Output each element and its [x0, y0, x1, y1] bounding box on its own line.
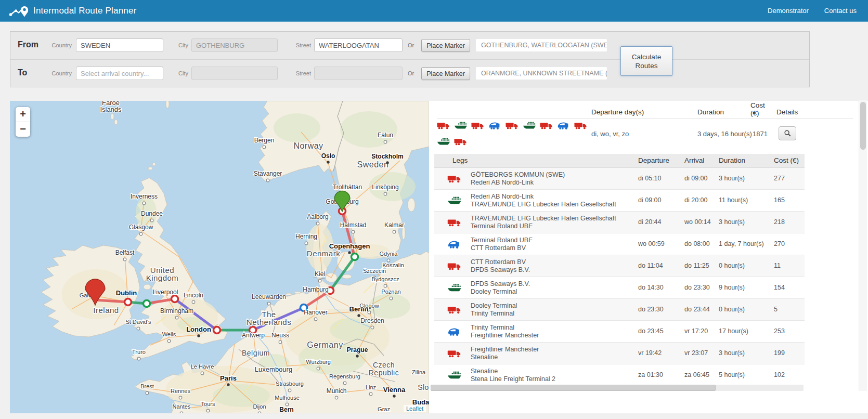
from-street-label: Street — [287, 42, 311, 48]
leg-departure: do 23:30 — [638, 306, 664, 313]
leg-departure: di 05:10 — [638, 175, 661, 182]
leg-arrival: di 09:00 — [684, 175, 707, 182]
zoom-in-button[interactable]: + — [16, 107, 30, 122]
from-row: From Country City Street Or Place Marker… — [10, 32, 809, 60]
leg-from-to: Terminal Roland UBFCTT Rotterdam BV — [471, 237, 533, 252]
leg-row[interactable]: Rederi AB Nordö-LinkTRAVEMUNDE LHG Lubec… — [434, 190, 805, 212]
map-label: Hanover — [304, 309, 327, 316]
map-label: Belgium — [242, 349, 270, 357]
map[interactable]: FaroeIslandsNorwayOsloBergenStavangerFal… — [10, 101, 429, 413]
nav-demonstrator[interactable]: Demonstrator — [768, 7, 809, 15]
map-label: Graz — [378, 406, 390, 412]
map-label: Gdynia — [380, 251, 398, 257]
leg-arrival: do 23:30 — [684, 284, 710, 291]
legs-header-arrival: Arrival — [684, 156, 704, 164]
truck-icon — [540, 121, 553, 130]
to-street-input[interactable] — [314, 67, 403, 80]
from-country-input[interactable] — [76, 38, 163, 52]
map-label: Stavanger — [254, 170, 282, 177]
leg-from-to: Freightliner ManchesterStenaline — [471, 346, 539, 361]
vertical-scrollbar-thumb[interactable] — [860, 102, 866, 150]
map-attribution[interactable]: Leaflet — [404, 405, 426, 412]
leg-cost: 165 — [774, 197, 785, 204]
map-label: Prague — [347, 346, 368, 353]
map-label: Nantes — [173, 403, 191, 410]
from-resolved-location: GOTHENBURG, WATERLOOGATAN (SWE) — [476, 39, 607, 51]
leg-row[interactable]: Terminal Roland UBFCTT Rotterdam BVwo 00… — [434, 233, 805, 255]
map-label: Denmark — [307, 249, 340, 258]
map-label: Netherlands — [247, 318, 291, 326]
leg-arrival: do 23:44 — [684, 306, 710, 313]
train-icon — [557, 121, 571, 130]
route-details-button[interactable] — [779, 126, 796, 140]
leg-from-to: GÖTEBORGS KOMMUN (SWE)Rederi AB Nordö-Li… — [471, 171, 565, 187]
from-place-marker-button[interactable]: Place Marker — [421, 39, 470, 52]
leg-cost: 253 — [774, 328, 785, 335]
truck-icon — [447, 218, 462, 227]
route-waypoint[interactable] — [214, 327, 221, 334]
leg-duration: 5 hour(s) — [719, 371, 745, 378]
leg-row[interactable]: CTT Rotterdam BVDFDS Seaways B.V.do 11:0… — [434, 255, 805, 277]
leg-row[interactable]: DFDS Seaways B.V.Dooley Terminaldo 14:30… — [434, 277, 805, 299]
results-vertical-scrollbar[interactable] — [859, 100, 867, 391]
calculate-routes-button[interactable]: Calculate Routes — [620, 46, 672, 76]
leg-from-to: DFDS Seaways B.V.Dooley Terminal — [471, 280, 530, 296]
map-label: Wells — [162, 331, 176, 337]
leg-arrival: vr 23:07 — [684, 349, 708, 357]
col-details: Details — [776, 108, 798, 116]
results-horizontal-scrollbar[interactable] — [431, 385, 804, 391]
to-resolved-location: ORANMORE, UNKNOWN STREETNAME (IRL) — [476, 67, 607, 80]
map-label: Brest — [140, 383, 154, 389]
ship-icon — [454, 121, 468, 130]
leg-row[interactable]: TRAVEMUNDE LHG Lubecker Hafen Gesellscha… — [434, 212, 805, 233]
leg-row[interactable]: Freightliner ManchesterStenalinevr 19:42… — [434, 343, 805, 364]
from-row-label: From — [18, 40, 38, 49]
route-waypoint[interactable] — [125, 299, 132, 306]
from-city-input[interactable] — [191, 38, 278, 52]
map-label: Truro — [132, 349, 146, 355]
truck-icon — [437, 121, 450, 130]
map-label: Ireland — [93, 306, 119, 315]
to-place-marker-button[interactable]: Place Marker — [421, 67, 470, 80]
map-canvas[interactable]: FaroeIslandsNorwayOsloBergenStavangerFal… — [10, 101, 429, 413]
from-country-label: Country — [42, 42, 72, 48]
ship-icon — [447, 196, 462, 205]
map-label: Czech — [373, 361, 395, 369]
to-country-input[interactable] — [76, 67, 163, 80]
nav-contact-us[interactable]: Contact us — [824, 7, 857, 15]
route-waypoint[interactable] — [352, 254, 358, 260]
leg-row[interactable]: GÖTEBORGS KOMMUN (SWE)Rederi AB Nordö-Li… — [434, 168, 805, 190]
ship-icon — [447, 283, 462, 293]
leg-arrival: vr 17:20 — [684, 328, 708, 335]
leg-duration: 0 hour(s) — [719, 262, 745, 269]
leg-cost: 199 — [774, 349, 785, 357]
route-waypoint[interactable] — [172, 296, 178, 303]
map-label: Birmingham — [160, 307, 193, 315]
leg-duration: 9 hour(s) — [719, 284, 745, 291]
legs-header-legs: Legs — [452, 156, 468, 164]
horizontal-scrollbar-thumb[interactable] — [431, 385, 716, 391]
leg-arrival: wo 00:14 — [684, 218, 711, 226]
map-label: Mulhouse — [275, 395, 300, 401]
leg-departure: vr 19:42 — [638, 349, 662, 357]
leg-duration: 0 hour(s) — [719, 306, 745, 313]
leg-row[interactable]: Dooley TerminalTrinity Terminaldo 23:30d… — [434, 299, 805, 321]
leg-cost: 5 — [774, 306, 778, 313]
app-title: Intermodal Route Planner — [33, 6, 137, 16]
map-label: Inverness — [131, 193, 158, 200]
map-label: Dijon — [253, 403, 266, 410]
leg-row[interactable]: StenalineStena Line Freight Terminal 2za… — [434, 364, 805, 386]
to-city-input[interactable] — [191, 67, 278, 80]
leg-from-to: TRAVEMUNDE LHG Lubecker Hafen Gesellscha… — [471, 215, 616, 230]
zoom-out-button[interactable]: − — [16, 122, 30, 137]
to-street-label: Street — [287, 70, 311, 76]
leg-duration: 1 day, 7 hour(s) — [719, 240, 764, 247]
leg-departure: do 23:45 — [638, 328, 664, 335]
map-label: Oslo — [321, 152, 335, 160]
ship-icon — [437, 137, 450, 146]
route-waypoint[interactable] — [144, 300, 150, 307]
map-label: Norway — [293, 141, 323, 150]
from-street-input[interactable] — [314, 38, 403, 52]
magnifier-icon — [784, 129, 792, 137]
leg-row[interactable]: Trinity TerminalFreightliner Manchesterd… — [434, 321, 805, 343]
